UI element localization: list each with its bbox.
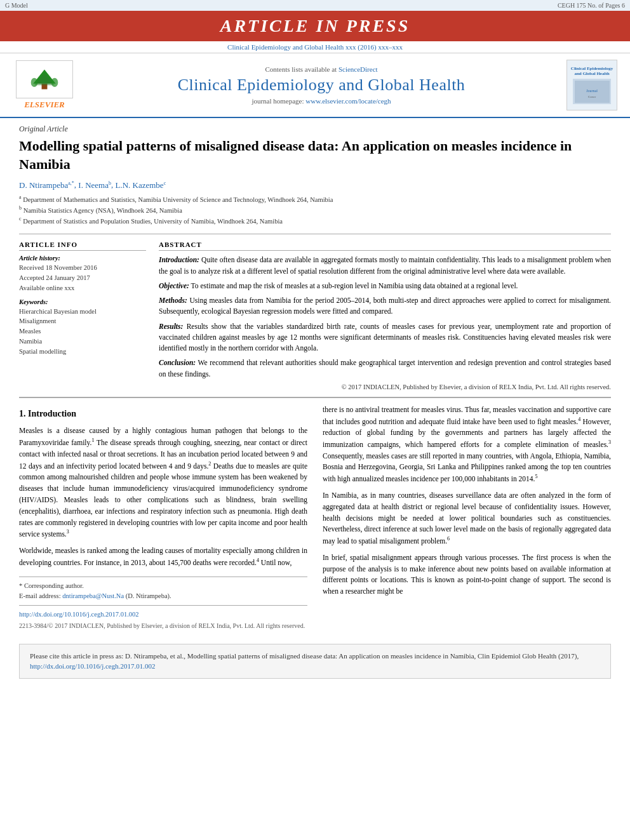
info-abstract-section: ARTICLE INFO Article history: Received 1… bbox=[19, 234, 611, 390]
gmodel-bar: G Model CEGH 175 No. of Pages 6 bbox=[0, 0, 630, 11]
affiliations: a Department of Mathematics and Statisti… bbox=[19, 194, 611, 227]
journal-header: ELSEVIER Contents lists available at Sci… bbox=[0, 53, 630, 118]
author-ntirampeba: D. Ntirampebaa,* bbox=[19, 180, 74, 190]
right-para2: In Namibia, as in many countries, diseas… bbox=[323, 490, 611, 547]
journal-title-area: Contents lists available at ScienceDirec… bbox=[83, 65, 560, 105]
body-columns: 1. Introduction Measles is a disease cau… bbox=[19, 404, 611, 631]
keyword-2: Misalignment bbox=[19, 316, 146, 326]
right-para3: In brief, spatial misalignment appears t… bbox=[323, 552, 611, 597]
available-online: Available online xxx bbox=[19, 283, 146, 293]
gmodel-label: G Model bbox=[5, 2, 28, 9]
right-para1: there is no antiviral treatment for meas… bbox=[323, 404, 611, 485]
cite-box: Please cite this article in press as: D.… bbox=[19, 644, 611, 679]
corresponding-author-note: * Corresponding author. bbox=[19, 581, 307, 591]
history-label: Article history: bbox=[19, 255, 146, 262]
homepage-link[interactable]: www.elsevier.com/locate/cegh bbox=[305, 97, 391, 105]
abstract-heading: ABSTRACT bbox=[159, 241, 611, 251]
keyword-1: Hierarchical Bayesian model bbox=[19, 307, 146, 317]
issn-line: 2213-3984/© 2017 INDIACLEN, Published by… bbox=[19, 621, 307, 631]
authors-line: D. Ntirampebaa,*, I. Neemab, L.N. Kazemb… bbox=[19, 180, 611, 190]
body-left-col: 1. Introduction Measles is a disease cau… bbox=[19, 404, 307, 631]
abstract-panel: ABSTRACT Introduction: Quite often disea… bbox=[159, 241, 611, 390]
journal-homepage: journal homepage: www.elsevier.com/locat… bbox=[83, 97, 560, 105]
author-kazembe: L.N. Kazembec bbox=[115, 180, 166, 190]
keyword-5: Spatial modelling bbox=[19, 347, 146, 357]
email-note: E-mail address: dntirampeba@Nust.Na (D. … bbox=[19, 591, 307, 601]
contents-line: Contents lists available at ScienceDirec… bbox=[83, 65, 560, 73]
body-right-col: there is no antiviral treatment for meas… bbox=[323, 404, 611, 631]
thumb-image: Journal Cover bbox=[573, 79, 611, 104]
doi-section: http://dx.doi.org/10.1016/j.cegh.2017.01… bbox=[19, 605, 307, 631]
keyword-4: Namibia bbox=[19, 337, 146, 347]
article-type: Original Article bbox=[19, 124, 611, 134]
copyright-line: © 2017 INDIACLEN, Published by Elsevier,… bbox=[159, 383, 611, 390]
elsevier-logo: ELSEVIER bbox=[13, 60, 76, 110]
intro-para1: Measles is a disease caused by a highly … bbox=[19, 425, 307, 540]
elsevier-name: ELSEVIER bbox=[24, 100, 65, 110]
accepted-date: Accepted 24 January 2017 bbox=[19, 273, 146, 283]
received-date: Received 18 November 2016 bbox=[19, 263, 146, 273]
journal-thumbnail: Clinical Epidemiologyand Global Health J… bbox=[566, 60, 617, 110]
abstract-conclusion: Conclusion: We recommend that relevant a… bbox=[159, 357, 611, 380]
gmodel-ref: CEGH 175 No. of Pages 6 bbox=[558, 2, 625, 9]
sciencedirect-link[interactable]: ScienceDirect bbox=[338, 65, 378, 73]
top-text: top bbox=[561, 463, 571, 470]
article-in-press-banner: ARTICLE IN PRESS bbox=[0, 11, 630, 41]
affiliation-c: c Department of Statistics and Populatio… bbox=[19, 215, 611, 226]
svg-point-4 bbox=[51, 78, 58, 87]
footnotes-section: * Corresponding author. E-mail address: … bbox=[19, 577, 307, 602]
abstract-methods: Methods: Using measles data from Namibia… bbox=[159, 295, 611, 317]
section-divider bbox=[19, 397, 611, 398]
svg-text:Cover: Cover bbox=[587, 95, 596, 98]
affiliation-b: b Namibia Statistics Agency (NSA), Windh… bbox=[19, 204, 611, 215]
author-neema: I. Neemab bbox=[78, 180, 111, 190]
journal-ref-bar: Clinical Epidemiology and Global Health … bbox=[0, 41, 630, 53]
abstract-results: Results: Results show that the variables… bbox=[159, 321, 611, 354]
keywords-section: Keywords: Hierarchical Bayesian model Mi… bbox=[19, 298, 146, 357]
cite-doi-link[interactable]: http://dx.doi.org/10.1016/j.cegh.2017.01… bbox=[30, 662, 155, 670]
keywords-label: Keywords: bbox=[19, 298, 146, 305]
abstract-introduction: Introduction: Quite often disease data a… bbox=[159, 255, 611, 277]
journal-title: Clinical Epidemiology and Global Health bbox=[83, 76, 560, 95]
affiliation-a: a Department of Mathematics and Statisti… bbox=[19, 194, 611, 204]
doi-link[interactable]: http://dx.doi.org/10.1016/j.cegh.2017.01… bbox=[19, 611, 139, 618]
article-info-heading: ARTICLE INFO bbox=[19, 241, 146, 251]
keyword-3: Measles bbox=[19, 326, 146, 337]
article-title: Modelling spatial patterns of misaligned… bbox=[19, 137, 611, 173]
svg-text:Journal: Journal bbox=[586, 89, 598, 93]
intro-para2: Worldwide, measles is ranked among the l… bbox=[19, 545, 307, 568]
svg-point-3 bbox=[31, 78, 38, 87]
main-content: Original Article Modelling spatial patte… bbox=[0, 118, 630, 637]
abstract-objective: Objective: To estimate and map the risk … bbox=[159, 281, 611, 291]
intro-heading: 1. Introduction bbox=[19, 407, 307, 421]
article-info-panel: ARTICLE INFO Article history: Received 1… bbox=[19, 241, 146, 390]
author-email-link[interactable]: dntirampeba@Nust.Na bbox=[62, 592, 124, 599]
